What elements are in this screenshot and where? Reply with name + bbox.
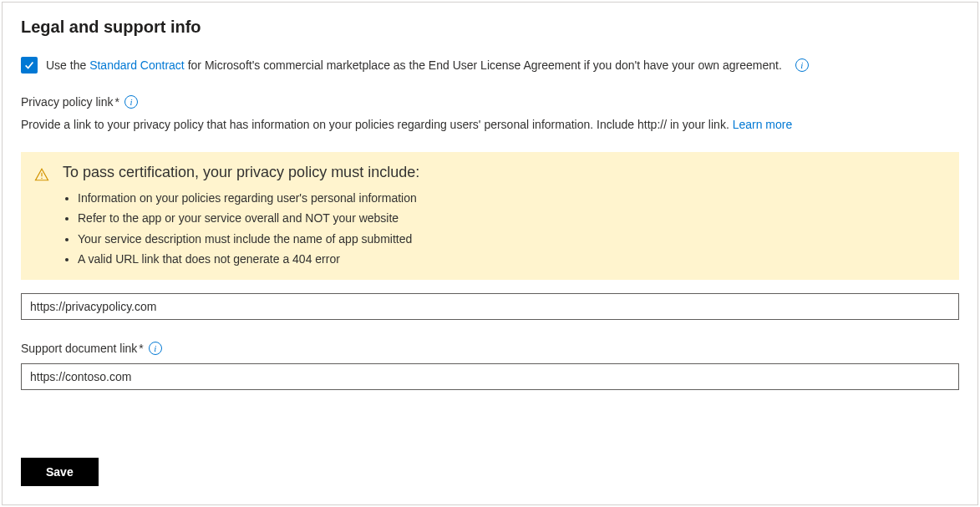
standard-contract-label: Use the Standard Contract for Microsoft'… xyxy=(46,58,782,72)
info-icon[interactable]: i xyxy=(124,95,138,109)
learn-more-link[interactable]: Learn more xyxy=(733,118,793,131)
warning-list: Information on your policies regarding u… xyxy=(63,188,946,270)
warning-title: To pass certification, your privacy poli… xyxy=(63,164,946,181)
warning-item: A valid URL link that does not generate … xyxy=(78,249,946,270)
warning-icon xyxy=(34,167,49,182)
info-icon[interactable]: i xyxy=(795,58,809,72)
support-document-label: Support document link* i xyxy=(21,342,959,355)
legal-support-panel: Legal and support info Use the Standard … xyxy=(2,2,978,505)
warning-item: Your service description must include th… xyxy=(78,229,946,250)
info-icon[interactable]: i xyxy=(149,342,162,355)
standard-contract-row: Use the Standard Contract for Microsoft'… xyxy=(21,57,959,74)
warning-item: Refer to the app or your service overall… xyxy=(78,208,946,229)
privacy-policy-input[interactable] xyxy=(21,293,959,320)
check-icon xyxy=(23,59,35,71)
privacy-policy-label: Privacy policy link* i xyxy=(21,95,959,109)
svg-point-1 xyxy=(41,177,43,179)
section-heading: Legal and support info xyxy=(21,18,959,37)
privacy-policy-description: Provide a link to your privacy policy th… xyxy=(21,117,959,134)
support-document-input[interactable] xyxy=(21,363,959,390)
standard-contract-checkbox[interactable] xyxy=(21,57,38,74)
save-button[interactable]: Save xyxy=(21,458,99,486)
warning-item: Information on your policies regarding u… xyxy=(78,188,946,209)
standard-contract-link[interactable]: Standard Contract xyxy=(89,58,185,72)
certification-warning: To pass certification, your privacy poli… xyxy=(21,152,959,280)
